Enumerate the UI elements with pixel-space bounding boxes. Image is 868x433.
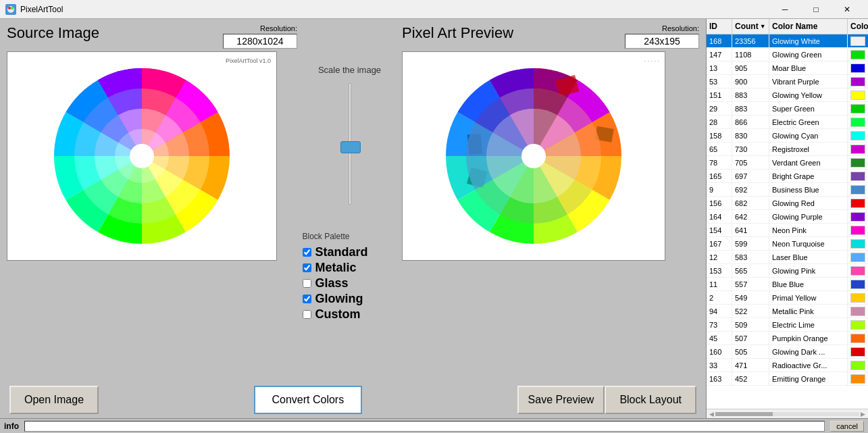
cell-name: Glowing White [769,34,848,47]
cell-name: Primal Yellow [769,291,848,304]
statusbar: info cancel [0,418,868,433]
cell-name: Registroxel [769,143,848,155]
palette-label-glass[interactable]: Glass [315,276,349,290]
save-preview-button[interactable]: Save Preview [517,386,605,414]
table-row[interactable]: 154 641 Neon Pink [707,224,868,237]
cell-color [848,34,868,47]
preview-resolution-group: Resolution: 243x195 [625,24,699,49]
table-row[interactable]: 53 900 Vibrant Purple [707,75,868,88]
table-row[interactable]: 13 905 Moar Blue [707,61,868,75]
table-scrollbar[interactable]: ◀ ▶ [707,409,868,418]
maximize-button[interactable]: □ [800,0,832,19]
cell-count: 599 [732,237,769,250]
source-resolution-label: Resolution: [260,24,297,32]
cell-color [848,75,868,88]
table-row[interactable]: 45 507 Pumpkin Orange [707,332,868,345]
palette-checkbox-custom[interactable] [303,310,311,319]
cell-color [848,102,868,115]
palette-checkbox-glass[interactable] [303,279,311,288]
table-row[interactable]: 11 557 Blue Blue [707,278,868,291]
table-row[interactable]: 165 697 Bright Grape [707,170,868,183]
scale-slider-track[interactable] [349,83,351,205]
cell-color [848,61,868,74]
table-row[interactable]: 12 583 Laser Blue [707,251,868,264]
palette-label-glowing[interactable]: Glowing [315,292,363,306]
table-row[interactable]: 65 730 Registroxel [707,143,868,156]
source-resolution-group: Resolution: 1280x1024 [223,24,297,49]
convert-colors-button[interactable]: Convert Colors [254,386,362,414]
minimize-button[interactable]: ─ [769,0,800,19]
palette-checkbox-metalic[interactable] [303,263,311,272]
palette-checkbox-standard[interactable] [303,248,311,257]
cell-color [848,278,868,290]
table-row[interactable]: 73 509 Electric Lime [707,318,868,332]
cell-count: 471 [732,359,769,372]
table-row[interactable]: 33 471 Radioactive Gr... [707,359,868,372]
cell-name: Electric Lime [769,318,848,331]
color-swatch [850,77,865,86]
cell-name: Pumpkin Orange [769,332,848,345]
color-swatch [850,199,865,208]
cell-id: 11 [707,278,732,290]
cell-color [848,116,868,128]
titlebar-left: PixelArtTool [5,4,63,15]
preview-title: Pixel Art Preview [402,24,513,42]
svg-point-8 [521,144,546,168]
table-row[interactable]: 164 642 Glowing Purple [707,210,868,224]
cell-id: 160 [707,345,732,358]
cell-name: Neon Turquoise [769,237,848,250]
app-title: PixelArtTool [20,5,63,14]
cell-color [848,237,868,250]
color-swatch [850,91,865,100]
table-row[interactable]: 168 23356 Glowing White [707,34,868,48]
palette-checkbox-glowing[interactable] [303,295,311,303]
table-row[interactable]: 153 565 Glowing Pink [707,264,868,278]
table-row[interactable]: 167 599 Neon Turquoise [707,237,868,251]
table-row[interactable]: 163 452 Emitting Orange [707,372,868,386]
palette-label-metalic[interactable]: Metalic [315,261,357,275]
cell-id: 12 [707,251,732,263]
cell-id: 78 [707,156,732,169]
status-cancel-button[interactable]: cancel [830,421,864,432]
table-row[interactable]: 156 682 Glowing Red [707,197,868,210]
table-row[interactable]: 29 883 Super Green [707,102,868,116]
cell-color [848,183,868,196]
table-row[interactable]: 158 830 Glowing Cyan [707,129,868,143]
status-input[interactable] [24,421,825,432]
preview-watermark: · · · · · [644,57,659,64]
table-row[interactable]: 160 505 Glowing Dark ... [707,345,868,359]
cell-id: 73 [707,318,732,331]
cell-id: 151 [707,88,732,101]
table-row[interactable]: 151 883 Glowing Yellow [707,88,868,102]
cell-id: 168 [707,34,732,47]
table-row[interactable]: 9 692 Business Blue [707,183,868,197]
palette-item-standard: Standard [303,245,397,259]
table-row[interactable]: 94 522 Metallic Pink [707,305,868,318]
cell-id: 45 [707,332,732,345]
open-image-button[interactable]: Open Image [9,386,99,414]
cell-name: Emitting Orange [769,372,848,385]
table-row[interactable]: 2 549 Primal Yellow [707,291,868,305]
table-body[interactable]: 168 23356 Glowing White 147 1108 Glowing… [707,34,868,409]
cell-count: 682 [732,197,769,209]
source-area: Source Image Resolution: 1280x1024 [7,24,297,413]
cell-count: 452 [732,372,769,385]
block-palette-section: Block Palette Standard Metalic Glass Glo… [303,232,397,323]
svg-point-0 [7,6,14,13]
color-swatch [850,118,865,127]
table-row[interactable]: 147 1108 Glowing Green [707,48,868,61]
palette-label-custom[interactable]: Custom [315,307,361,322]
palette-label-standard[interactable]: Standard [315,245,368,259]
source-watermark: PixelArtTool v1.0 [226,57,271,64]
scale-slider-thumb[interactable] [340,141,361,153]
color-swatch [850,63,865,73]
table-row[interactable]: 78 705 Verdant Green [707,156,868,170]
cell-id: 94 [707,305,732,317]
col-header-count[interactable]: Count ▼ [732,19,769,34]
close-button[interactable]: ✕ [832,0,863,19]
cell-color [848,143,868,155]
table-row[interactable]: 28 866 Electric Green [707,116,868,129]
cell-color [848,332,868,345]
block-layout-button[interactable]: Block Layout [605,386,696,414]
color-swatch [850,374,865,384]
